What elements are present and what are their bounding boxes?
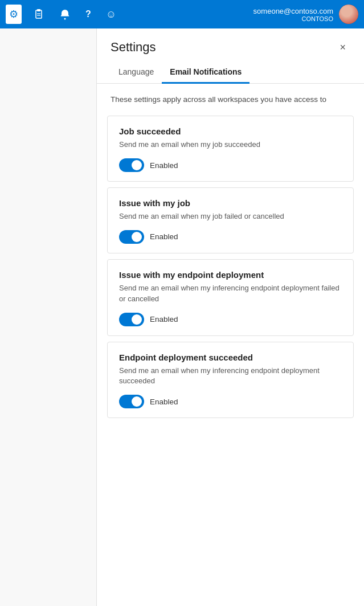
close-button[interactable]: × (335, 40, 350, 55)
user-email: someone@contoso.com (253, 7, 333, 15)
toggle-row-issue-job: Enabled (119, 230, 342, 244)
notifications-list: Job succeeded Send me an email when my j… (97, 111, 364, 423)
avatar[interactable] (339, 5, 358, 24)
toggle-row-issue-endpoint: Enabled (119, 313, 342, 326)
topbar: ⚙ ? ☺ someone@contoso.com CONTOSO (0, 0, 364, 28)
notif-desc-issue-endpoint: Send me an email when my inferencing end… (119, 283, 342, 305)
notif-title-job-succeeded: Job succeeded (119, 126, 342, 136)
settings-panel: Settings × Language Email Notifications … (97, 28, 364, 606)
bell-icon[interactable] (56, 5, 74, 23)
toggle-job-succeeded[interactable] (119, 158, 144, 172)
svg-rect-1 (37, 9, 40, 11)
notification-card-job-succeeded: Job succeeded Send me an email when my j… (107, 116, 354, 182)
toggle-row-endpoint-succeeded: Enabled (119, 395, 342, 408)
notif-title-endpoint-succeeded: Endpoint deployment succeeded (119, 353, 342, 362)
notif-desc-issue-job: Send me an email when my job failed or c… (119, 211, 342, 222)
svg-rect-0 (36, 10, 42, 18)
notif-desc-job-succeeded: Send me an email when my job succeeded (119, 140, 342, 150)
clipboard-icon[interactable] (30, 5, 48, 23)
gear-icon[interactable]: ⚙ (6, 5, 22, 24)
toggle-endpoint-succeeded[interactable] (119, 395, 144, 408)
notification-card-endpoint-succeeded: Endpoint deployment succeeded Send me an… (107, 342, 354, 419)
toggle-label-issue-job: Enabled (150, 232, 178, 241)
help-icon[interactable]: ? (82, 6, 95, 23)
settings-title: Settings (111, 40, 156, 55)
tab-language[interactable]: Language (111, 63, 162, 84)
main-area: Settings × Language Email Notifications … (97, 28, 364, 606)
toggle-issue-endpoint[interactable] (119, 313, 144, 326)
user-info: someone@contoso.com CONTOSO (253, 7, 333, 22)
toggle-label-job-succeeded: Enabled (150, 161, 178, 170)
smiley-icon[interactable]: ☺ (103, 5, 120, 24)
toggle-row-job-succeeded: Enabled (119, 158, 342, 172)
tabs-container: Language Email Notifications (97, 63, 364, 84)
svg-point-4 (64, 18, 66, 20)
user-org: CONTOSO (253, 15, 333, 22)
toggle-label-endpoint-succeeded: Enabled (150, 398, 178, 406)
notification-card-issue-job: Issue with my job Send me an email when … (107, 187, 354, 253)
toggle-issue-job[interactable] (119, 230, 144, 244)
settings-description: These settings apply across all workspac… (97, 84, 364, 111)
sidebar (0, 28, 97, 606)
notif-title-issue-endpoint: Issue with my endpoint deployment (119, 270, 342, 280)
notif-title-issue-job: Issue with my job (119, 198, 342, 208)
user-area: someone@contoso.com CONTOSO (253, 5, 358, 24)
toggle-label-issue-endpoint: Enabled (150, 315, 178, 324)
notif-desc-endpoint-succeeded: Send me an email when my inferencing end… (119, 366, 342, 387)
tab-email-notifications[interactable]: Email Notifications (162, 63, 250, 84)
settings-header: Settings × (97, 28, 364, 55)
notification-card-issue-endpoint: Issue with my endpoint deployment Send m… (107, 259, 354, 336)
